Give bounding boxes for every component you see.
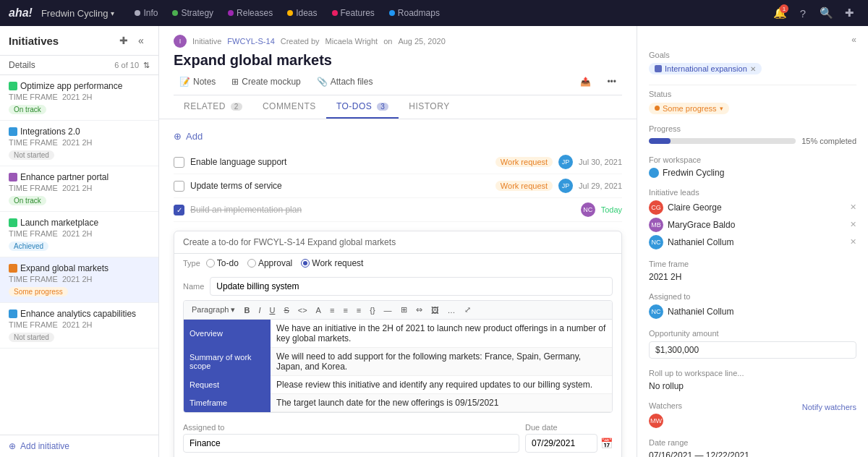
export-button[interactable]: 📤 — [574, 74, 597, 89]
assigned-to-label: Assigned to — [183, 423, 519, 432]
tab-comments[interactable]: COMMENTS — [252, 95, 326, 119]
initiatives-count: 6 of 10 — [114, 61, 139, 69]
add-global-button[interactable]: ✚ — [839, 3, 859, 23]
initiative-item-meta: TIME FRAME 2021 2H — [9, 229, 150, 238]
notes-toolbar-item[interactable]: 📝 Notes — [174, 74, 221, 89]
list-button[interactable]: ≡ — [339, 304, 351, 316]
initiative-item[interactable]: Optimize app performance TIME FRAME 2021… — [0, 75, 158, 121]
progress-bar-wrap: 15% completed — [649, 137, 856, 145]
create-mockup-button[interactable]: ⊞ Create mockup — [226, 74, 306, 89]
initiative-badge: Not started — [9, 150, 54, 160]
watchers-row: MW — [649, 414, 856, 428]
lead-remove-nc[interactable]: ✕ — [850, 237, 856, 247]
assigned-to-section: Assigned to NC Nathaniel Collum — [649, 292, 856, 319]
initiative-toolbar: 📝 Notes ⊞ Create mockup 📎 Attach files 📤… — [174, 74, 622, 89]
attach-files-button[interactable]: 📎 Attach files — [311, 74, 379, 89]
nav-strategy[interactable]: Strategy — [166, 5, 219, 21]
lead-remove-cg[interactable]: ✕ — [850, 202, 856, 212]
table-button[interactable]: ⊞ — [397, 304, 411, 316]
ordered-list-button[interactable]: ≡ — [353, 304, 365, 316]
initiative-item[interactable]: Integrations 2.0 TIME FRAME 2021 2H Not … — [0, 121, 158, 166]
notifications-button[interactable]: 🔔 1 — [770, 3, 790, 23]
desc-toolbar: Paragraph ▾ B I U S <> A ≡ ≡ ≡ {} — ⊞ ⇔ — [184, 301, 612, 320]
tab-todos[interactable]: TO-DOS 3 — [326, 95, 399, 119]
initiative-color-icon — [9, 173, 17, 181]
tab-related[interactable]: RELATED 2 — [174, 95, 252, 119]
workspace-selector[interactable]: Fredwin Cycling ▾ — [41, 8, 114, 19]
progress-text: 15% completed — [801, 137, 856, 145]
workspace-chevron: ▾ — [111, 9, 114, 17]
initiative-item[interactable]: Enhance partner portal TIME FRAME 2021 2… — [0, 166, 158, 212]
todo-checkbox-2[interactable] — [174, 181, 184, 192]
initiative-item[interactable]: Expand global markets TIME FRAME 2021 2H… — [0, 257, 158, 303]
italic-button[interactable]: I — [255, 304, 264, 316]
todo-avatar-1: JP — [558, 155, 573, 169]
nav-info[interactable]: Info — [129, 5, 163, 21]
radio-work-request[interactable]: Work request — [301, 258, 363, 268]
add-todo-button[interactable]: ⊕ Add — [174, 131, 622, 142]
initiative-item[interactable]: Launch marketplace TIME FRAME 2021 2H Ac… — [0, 212, 158, 257]
timeframe-value[interactable]: 2021 2H — [649, 272, 856, 282]
block-quote-button[interactable]: {} — [366, 304, 378, 316]
status-chevron: ▾ — [720, 105, 723, 112]
collapse-sidebar-button[interactable]: « — [132, 32, 150, 49]
lead-name-nc: Nathaniel Collum — [668, 237, 846, 247]
form-context-bar: Create a to-do for FWCYL-S-14 Expand glo… — [174, 231, 621, 254]
nav-roadmaps[interactable]: Roadmaps — [383, 5, 446, 21]
help-button[interactable]: ? — [793, 3, 813, 23]
filter-label[interactable]: Details — [9, 60, 35, 70]
image-button[interactable]: 🖼 — [427, 304, 443, 316]
notes-icon: 📝 — [179, 77, 190, 87]
nav-releases[interactable]: Releases — [222, 5, 278, 21]
overview-value[interactable]: We have an initiative in the 2H of 2021 … — [271, 320, 612, 348]
todo-checkbox-1[interactable] — [174, 157, 184, 168]
assigned-to-input[interactable] — [183, 434, 519, 453]
status-badge[interactable]: Some progress ▾ — [649, 103, 729, 114]
bold-button[interactable]: B — [240, 304, 253, 316]
fullscreen-button[interactable]: ⤢ — [461, 304, 475, 316]
tab-history[interactable]: HISTORY — [399, 95, 459, 119]
request-value[interactable]: Please review this initiative and identi… — [271, 376, 612, 394]
initiative-item-name: Optimize app performance — [9, 81, 150, 91]
todo-checkbox-3[interactable]: ✓ — [174, 205, 184, 215]
form-context-text: Create a to-do for FWCYL-S-14 Expand glo… — [183, 237, 396, 247]
radio-todo[interactable]: To-do — [206, 258, 239, 268]
collapse-panel-button[interactable]: « — [851, 35, 856, 45]
date-range-value[interactable]: 07/16/2021 — 12/22/2021 — [649, 450, 856, 458]
calendar-icon[interactable]: 📅 — [600, 437, 613, 449]
notify-watchers-button[interactable]: Notify watchers — [802, 403, 856, 411]
opportunity-input[interactable]: $1,300,000 — [649, 341, 856, 359]
leads-list: CG Claire George ✕ MB MaryGrace Baldo ✕ … — [649, 200, 856, 249]
more-options-button[interactable]: ••• — [601, 74, 622, 89]
assignee-row: NC Nathaniel Collum — [649, 304, 856, 319]
scope-value[interactable]: We will need to add support for the foll… — [271, 348, 612, 376]
radio-dot-work-request — [301, 259, 310, 268]
name-input[interactable] — [210, 277, 613, 296]
radio-approval[interactable]: Approval — [247, 258, 292, 268]
lead-remove-mb[interactable]: ✕ — [850, 220, 856, 229]
roadmaps-dot — [389, 10, 395, 16]
strikethrough-button[interactable]: S — [280, 304, 292, 316]
paragraph-selector[interactable]: Paragraph ▾ — [188, 304, 239, 316]
initiative-item-name: Expand global markets — [9, 263, 150, 273]
link-button[interactable]: ⇔ — [412, 304, 426, 316]
sort-icon[interactable]: ⇅ — [143, 61, 150, 70]
progress-bar — [649, 138, 796, 144]
initiative-item-name: Enhance analytics capabilities — [9, 309, 150, 319]
nav-features[interactable]: Features — [326, 5, 380, 21]
more-formatting-button[interactable]: … — [444, 304, 459, 316]
align-left-button[interactable]: ≡ — [326, 304, 338, 316]
nav-ideas[interactable]: Ideas — [281, 5, 323, 21]
divider-button[interactable]: — — [380, 304, 396, 316]
add-initiative-button[interactable]: ⊕ Add initiative — [0, 435, 158, 457]
text-color-button[interactable]: A — [312, 304, 325, 316]
search-button[interactable]: 🔍 — [816, 3, 836, 23]
underline-button[interactable]: U — [265, 304, 278, 316]
due-date-input[interactable] — [525, 434, 597, 453]
initiative-item[interactable]: Enhance analytics capabilities TIME FRAM… — [0, 303, 158, 349]
timeframe-value[interactable]: The target launch date for the new offer… — [271, 394, 612, 412]
todo-item: Update terms of service Work request JP … — [174, 174, 622, 198]
add-initiative-icon-button[interactable]: ✚ — [115, 32, 132, 49]
code-button[interactable]: <> — [294, 304, 311, 316]
goal-remove-button[interactable]: ✕ — [750, 65, 756, 73]
